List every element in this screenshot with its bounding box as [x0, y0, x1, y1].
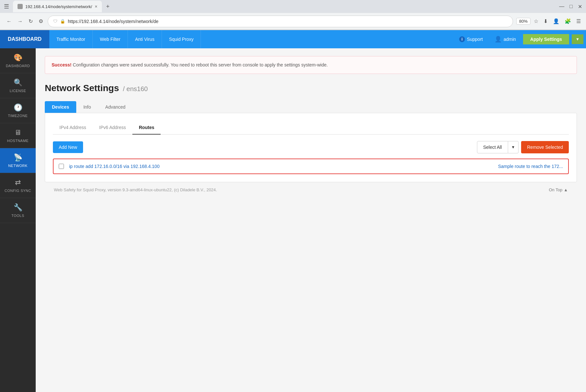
pocket-icon[interactable]: ⬇: [543, 18, 548, 24]
bookmark-icon[interactable]: ☆: [534, 18, 538, 24]
route-checkbox[interactable]: [59, 164, 64, 169]
window-maximise-button[interactable]: □: [569, 4, 573, 9]
browser-chrome: ☰ 192.168.4.14/node/system/network/ × + …: [0, 0, 586, 30]
nav-item-anti-virus[interactable]: Anti Virus: [128, 30, 162, 48]
info-icon: i: [459, 36, 465, 42]
profile-icon[interactable]: 👤: [553, 18, 559, 24]
tab-advanced[interactable]: Advanced: [98, 101, 132, 113]
support-button[interactable]: i Support: [455, 34, 487, 44]
network-icon: 📡: [14, 153, 22, 162]
select-all-dropdown[interactable]: ▼: [508, 141, 519, 153]
nav-item-squid-proxy[interactable]: Squid Proxy: [162, 30, 201, 48]
tools-button[interactable]: ⚙: [37, 17, 44, 26]
dashboard-icon: 🎨: [14, 53, 22, 62]
apply-settings-button[interactable]: Apply Settings: [523, 34, 569, 44]
tab-url-label: 192.168.4.14/node/system/network/: [25, 4, 92, 9]
right-toolbar: Select All ▼ Remove Selected: [477, 141, 569, 153]
hostname-icon: 🖥: [14, 128, 21, 137]
browser-toolbar-icons: ☆ ⬇ 👤 🧩 ☰: [534, 18, 581, 24]
nav-item-web-filter[interactable]: Web Filter: [93, 30, 128, 48]
admin-button[interactable]: 👤 admin: [490, 34, 520, 45]
zoom-level[interactable]: 80%: [516, 18, 531, 25]
tab-devices[interactable]: Devices: [45, 101, 76, 113]
main-content: Success! Configuration changes were save…: [36, 48, 586, 392]
page-subtitle: / ens160: [123, 85, 148, 93]
tools-icon: 🔧: [14, 203, 22, 212]
shield-icon: 🛡: [53, 19, 57, 24]
top-nav: DASHBOARD Traffic Monitor Web Filter Ant…: [0, 30, 586, 48]
inner-tab-ipv4[interactable]: IPv4 Address: [53, 121, 93, 135]
window-minimise-button[interactable]: —: [559, 4, 564, 9]
settings-card: IPv4 Address IPv6 Address Routes Add New…: [45, 113, 577, 182]
select-all-button[interactable]: Select All: [477, 141, 508, 153]
nav-item-traffic-monitor[interactable]: Traffic Monitor: [49, 30, 93, 48]
browser-tab-bar: ☰ 192.168.4.14/node/system/network/ × + …: [0, 0, 586, 13]
license-icon: 🔍: [14, 78, 22, 87]
tab-favicon: [18, 4, 23, 9]
admin-icon: 👤: [494, 36, 502, 43]
on-top-link[interactable]: On Top ▲: [549, 187, 568, 192]
page-header: Network Settings / ens160: [45, 83, 577, 93]
window-controls: — □ ✕: [559, 4, 582, 10]
forward-button[interactable]: →: [16, 17, 24, 26]
window-close-button[interactable]: ✕: [578, 4, 582, 10]
tab-info[interactable]: Info: [76, 101, 98, 113]
sidebar-item-hostname[interactable]: 🖥 HOSTNAME: [0, 123, 36, 148]
nav-brand[interactable]: DASHBOARD: [0, 30, 49, 48]
address-bar[interactable]: 🛡 🔒: [48, 16, 513, 27]
on-top-label: On Top: [549, 187, 562, 192]
success-alert: Success! Configuration changes were save…: [45, 56, 577, 74]
browser-tab[interactable]: 192.168.4.14/node/system/network/ ×: [13, 1, 102, 12]
app-container: 🎨 DASHBOARD 🔍 LICENSE 🕐 TIMEZONE 🖥 HOSTN…: [0, 48, 586, 392]
apply-settings-dropdown[interactable]: ▼: [572, 34, 583, 44]
tab-bar: Devices Info Advanced: [45, 101, 577, 113]
lock-icon: 🔒: [60, 19, 65, 24]
timezone-icon: 🕐: [14, 103, 22, 112]
add-new-button[interactable]: Add New: [53, 141, 83, 153]
on-top-arrow: ▲: [564, 187, 568, 192]
extensions-icon[interactable]: 🧩: [565, 18, 571, 24]
sidebar-item-timezone[interactable]: 🕐 TIMEZONE: [0, 98, 36, 123]
inner-tab-bar: IPv4 Address IPv6 Address Routes: [53, 121, 569, 135]
menu-icon[interactable]: ☰: [576, 18, 581, 24]
route-description: Sample route to reach the 172...: [498, 164, 563, 169]
footer-text: Web Safety for Squid Proxy, version 9.3-…: [54, 187, 217, 192]
alert-message: Configuration changes were saved success…: [71, 62, 328, 67]
route-row: ip route add 172.16.0.0/16 via 192.168.4…: [53, 159, 569, 174]
sidebar-item-license[interactable]: 🔍 LICENSE: [0, 73, 36, 98]
back-button[interactable]: ←: [5, 17, 13, 26]
page-title: Network Settings: [45, 83, 119, 93]
browser-menu-icon[interactable]: ☰: [4, 3, 9, 10]
remove-selected-button[interactable]: Remove Selected: [521, 141, 569, 153]
alert-strong: Success!: [52, 62, 71, 67]
sidebar-item-tools[interactable]: 🔧 TOOLS: [0, 198, 36, 223]
sidebar: 🎨 DASHBOARD 🔍 LICENSE 🕐 TIMEZONE 🖥 HOSTN…: [0, 48, 36, 392]
sidebar-item-config-sync[interactable]: ⇄ CONFIG SYNC: [0, 173, 36, 198]
nav-items: Traffic Monitor Web Filter Anti Virus Sq…: [49, 30, 201, 48]
table-toolbar: Add New Select All ▼ Remove Selected: [53, 141, 569, 153]
sidebar-item-dashboard[interactable]: 🎨 DASHBOARD: [0, 48, 36, 73]
tab-close-button[interactable]: ×: [95, 4, 97, 9]
reload-button[interactable]: ↻: [27, 17, 34, 26]
sidebar-item-network[interactable]: 📡 NETWORK: [0, 148, 36, 173]
config-sync-icon: ⇄: [15, 178, 21, 187]
browser-toolbar: ← → ↻ ⚙ 🛡 🔒 80% ☆ ⬇ 👤 🧩 ☰: [0, 13, 586, 30]
new-tab-button[interactable]: +: [103, 2, 112, 11]
route-command: ip route add 172.16.0.0/16 via 192.168.4…: [69, 164, 493, 169]
nav-right: i Support 👤 admin Apply Settings ▼: [455, 34, 583, 45]
inner-tab-ipv6[interactable]: IPv6 Address: [93, 121, 133, 135]
inner-tab-routes[interactable]: Routes: [132, 121, 161, 135]
address-input[interactable]: [68, 19, 507, 24]
footer: Web Safety for Squid Proxy, version 9.3-…: [45, 182, 577, 197]
